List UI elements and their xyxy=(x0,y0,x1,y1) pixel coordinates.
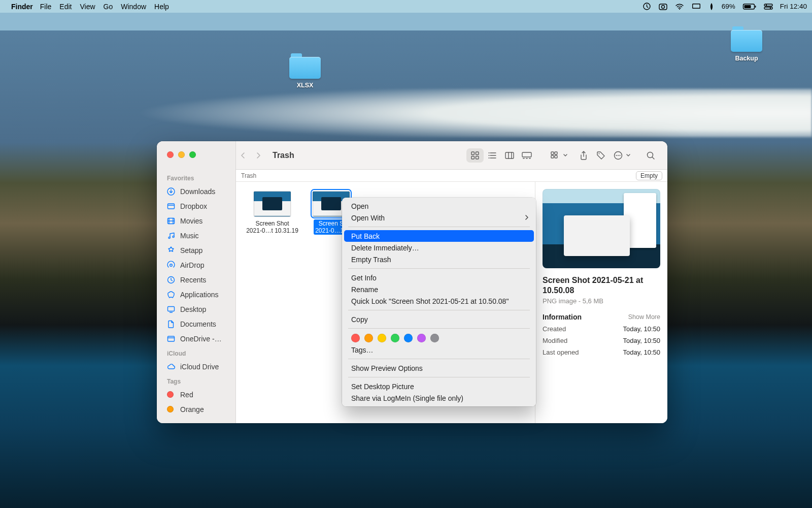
svg-point-33 xyxy=(619,154,620,155)
display-status-icon[interactable] xyxy=(691,3,701,10)
view-list-button[interactable] xyxy=(484,148,501,163)
ctx-open[interactable]: Open xyxy=(342,200,536,212)
finder-sidebar: Favorites DownloadsDropboxMoviesMusicSet… xyxy=(157,141,236,423)
file-item[interactable]: Screen Shot 2021-0…t 10.31.19 xyxy=(243,191,301,235)
sidebar-item[interactable]: iCloud Drive xyxy=(157,359,235,374)
menubar-item-file[interactable]: File xyxy=(40,3,52,11)
sidebar-item[interactable]: AirDrop xyxy=(157,258,235,272)
preview-info-row: CreatedToday, 10:50 xyxy=(543,325,660,333)
sidebar-item-label: Music xyxy=(180,232,199,240)
view-gallery-button[interactable] xyxy=(518,148,535,163)
menubar-item-go[interactable]: Go xyxy=(104,3,113,11)
view-switcher xyxy=(466,148,535,163)
battery-text[interactable]: 69% xyxy=(722,3,735,10)
svg-rect-25 xyxy=(551,152,554,154)
svg-rect-22 xyxy=(523,158,525,159)
ctx-separator xyxy=(348,328,530,329)
ctx-rename[interactable]: Rename xyxy=(342,283,536,295)
tag-color-dot[interactable] xyxy=(378,334,386,342)
tag-color-dot[interactable] xyxy=(351,334,360,342)
preview-info-row: Last openedToday, 10:50 xyxy=(543,348,660,356)
sidebar-item[interactable]: Movies xyxy=(157,213,235,228)
svg-rect-13 xyxy=(471,152,475,155)
ctx-empty-trash[interactable]: Empty Trash xyxy=(342,253,536,265)
svg-rect-9 xyxy=(764,4,772,6)
clock-extra-icon[interactable] xyxy=(642,2,651,11)
svg-rect-7 xyxy=(744,5,751,8)
empty-trash-button[interactable]: Empty xyxy=(636,171,662,180)
ctx-open-with[interactable]: Open With xyxy=(342,212,536,224)
group-by-button[interactable] xyxy=(547,148,568,163)
battery-icon[interactable] xyxy=(742,3,757,10)
menubar-clock[interactable]: Fri 12:40 xyxy=(780,3,807,10)
ctx-quick-look[interactable]: Quick Look "Screen Shot 2021-05-21 at 10… xyxy=(342,295,536,307)
svg-rect-36 xyxy=(167,204,174,209)
sidebar-item-label: iCloud Drive xyxy=(180,363,219,371)
sidebar-item[interactable]: Dropbox xyxy=(157,199,235,213)
tag-color-dot[interactable] xyxy=(391,334,399,342)
desktop-folder[interactable]: XLSX xyxy=(282,53,328,89)
sidebar-item-label: Recents xyxy=(180,276,206,284)
airdrop-icon xyxy=(166,260,176,270)
extra-status-icon[interactable] xyxy=(708,3,715,11)
svg-rect-14 xyxy=(476,152,479,155)
sidebar-item[interactable]: Recents xyxy=(157,272,235,287)
ctx-share-logmein[interactable]: Share via LogMeIn (Single file only) xyxy=(342,392,536,404)
menubar-item-help[interactable]: Help xyxy=(154,3,169,11)
folder-icon xyxy=(731,26,762,52)
tag-color-dot[interactable] xyxy=(430,334,439,342)
svg-rect-16 xyxy=(476,156,479,159)
ctx-set-desktop-picture[interactable]: Set Desktop Picture xyxy=(342,380,536,392)
ctx-get-info[interactable]: Get Info xyxy=(342,272,536,283)
menubar-item-view[interactable]: View xyxy=(80,3,95,11)
svg-rect-28 xyxy=(555,155,557,158)
sidebar-item[interactable]: OneDrive -… xyxy=(157,331,235,346)
tag-color-dot[interactable] xyxy=(364,334,373,342)
ctx-copy[interactable]: Copy xyxy=(342,313,536,325)
window-zoom-button[interactable] xyxy=(189,151,196,158)
desktop-folder[interactable]: Backup xyxy=(724,26,769,62)
menubar-app-name[interactable]: Finder xyxy=(11,3,33,11)
svg-point-38 xyxy=(168,237,170,238)
sidebar-item[interactable]: Documents xyxy=(157,316,235,331)
share-button[interactable] xyxy=(575,148,592,163)
control-center-icon[interactable] xyxy=(764,4,773,10)
window-close-button[interactable] xyxy=(167,151,174,158)
svg-point-40 xyxy=(170,264,172,266)
recents-icon xyxy=(166,275,176,284)
ctx-put-back[interactable]: Put Back xyxy=(344,230,534,242)
wifi-icon[interactable] xyxy=(675,3,684,10)
ctx-separator xyxy=(348,227,530,227)
tag-color-dot[interactable] xyxy=(404,334,413,342)
preview-show-more[interactable]: Show More xyxy=(628,313,660,321)
svg-rect-24 xyxy=(529,158,531,159)
sidebar-item[interactable]: Setapp xyxy=(157,243,235,258)
camera-status-icon[interactable] xyxy=(658,3,668,11)
sidebar-item[interactable]: Music xyxy=(157,228,235,243)
ctx-separator xyxy=(348,268,530,269)
nav-back-button[interactable] xyxy=(236,148,250,163)
tags-button[interactable] xyxy=(592,148,610,163)
ctx-delete-immediately[interactable]: Delete Immediately… xyxy=(342,242,536,253)
menubar-item-edit[interactable]: Edit xyxy=(59,3,72,11)
sidebar-item[interactable]: Red xyxy=(157,387,235,402)
search-button[interactable] xyxy=(642,148,659,163)
window-controls xyxy=(167,151,196,158)
svg-rect-20 xyxy=(505,152,514,158)
action-menu-button[interactable] xyxy=(610,148,631,163)
tag-color-dot[interactable] xyxy=(417,334,426,342)
ctx-show-preview-options[interactable]: Show Preview Options xyxy=(342,362,536,374)
sidebar-item[interactable]: Downloads xyxy=(157,184,235,199)
view-icon-button[interactable] xyxy=(466,148,484,163)
window-minimize-button[interactable] xyxy=(178,151,185,158)
svg-rect-23 xyxy=(526,158,528,159)
preview-info-key: Created xyxy=(543,325,566,333)
menubar-item-window[interactable]: Window xyxy=(121,3,146,11)
ctx-tags[interactable]: Tags… xyxy=(342,344,536,356)
sidebar-item[interactable]: Desktop xyxy=(157,302,235,316)
sidebar-item[interactable]: Applications xyxy=(157,287,235,302)
nav-forward-button[interactable] xyxy=(251,148,265,163)
view-column-button[interactable] xyxy=(501,148,518,163)
sidebar-item[interactable]: Orange xyxy=(157,402,235,417)
svg-rect-27 xyxy=(551,155,554,158)
